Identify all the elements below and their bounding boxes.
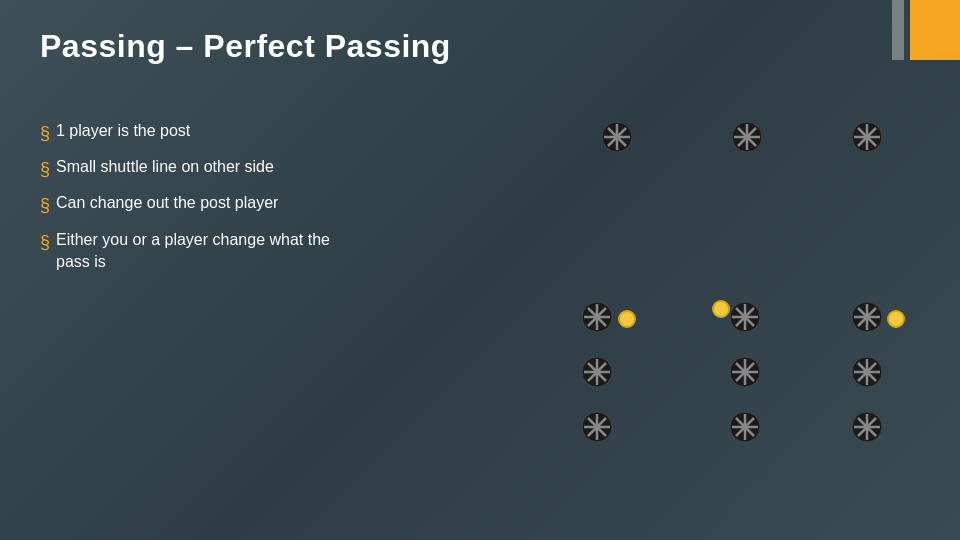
bullet-list: § 1 player is the post § Small shuttle l… <box>40 120 340 283</box>
player-icon-mid-c3 <box>728 410 762 444</box>
player-icon-mid-r3 <box>850 410 884 444</box>
ball-mid-left <box>618 310 636 328</box>
bullet-text-2: Small shuttle line on other side <box>56 156 274 178</box>
bullet-marker-3: § <box>40 193 50 218</box>
player-icon-mid-l2 <box>580 355 614 389</box>
bullet-marker-1: § <box>40 121 50 146</box>
bullet-item-1: § 1 player is the post <box>40 120 340 146</box>
player-icon-mid-c2 <box>728 355 762 389</box>
bullet-item-3: § Can change out the post player <box>40 192 340 218</box>
bullet-item-4: § Either you or a player change what the… <box>40 229 340 274</box>
slide: Passing – Perfect Passing § 1 player is … <box>0 0 960 540</box>
player-icon-mid-r1 <box>850 300 884 334</box>
player-icon-top-1 <box>600 120 634 154</box>
bullet-text-4: Either you or a player change what the p… <box>56 229 340 274</box>
court-diagram <box>480 100 960 520</box>
player-icon-mid-l3 <box>580 410 614 444</box>
ball-mid-right <box>887 310 905 328</box>
player-icon-top-2 <box>730 120 764 154</box>
accent-bar-narrow <box>892 0 904 60</box>
player-icon-mid-r2 <box>850 355 884 389</box>
bullet-text-3: Can change out the post player <box>56 192 278 214</box>
accent-bar-wide <box>910 0 960 60</box>
accent-decoration <box>892 0 960 60</box>
player-icon-mid-c1 <box>728 300 762 334</box>
bullet-marker-4: § <box>40 230 50 255</box>
slide-title: Passing – Perfect Passing <box>40 28 451 65</box>
bullet-text-1: 1 player is the post <box>56 120 190 142</box>
player-icon-mid-l1 <box>580 300 614 334</box>
player-icon-top-3 <box>850 120 884 154</box>
bullet-item-2: § Small shuttle line on other side <box>40 156 340 182</box>
bullet-marker-2: § <box>40 157 50 182</box>
